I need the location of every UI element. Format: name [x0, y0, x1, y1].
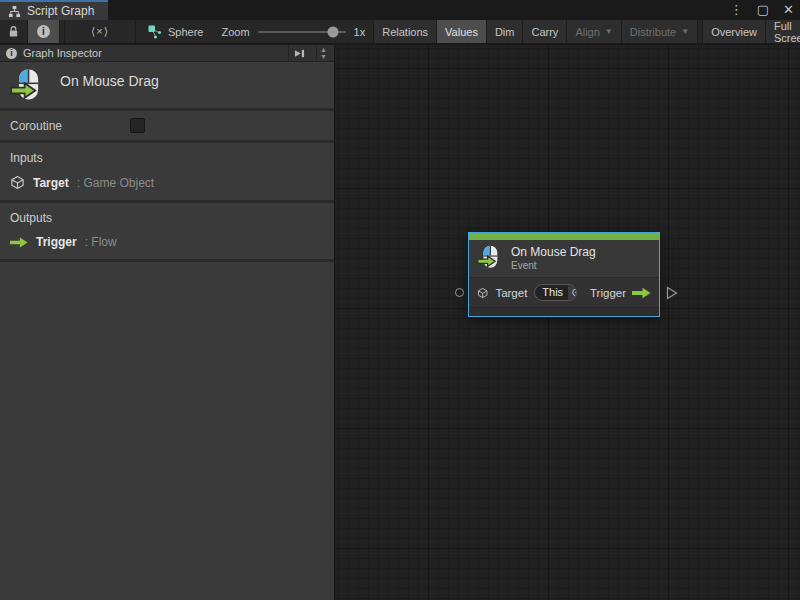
- node-title: On Mouse Drag: [511, 245, 596, 259]
- script-machine-icon: [148, 25, 162, 39]
- align-dropdown[interactable]: Align ▼: [566, 20, 620, 43]
- node-input-connection-point[interactable]: [455, 288, 464, 297]
- edit-source-button[interactable]: ⟨×⟩: [64, 20, 136, 43]
- chevron-down-icon: ▼: [681, 27, 689, 36]
- on-mouse-drag-icon: [10, 68, 46, 104]
- target-value[interactable]: This: [535, 285, 568, 300]
- dock-panel-button[interactable]: [288, 45, 310, 61]
- inspector-empty-area: [0, 262, 334, 600]
- dim-button[interactable]: Dim: [486, 20, 523, 43]
- lock-button[interactable]: [0, 20, 28, 43]
- node-subtitle: Event: [511, 260, 596, 271]
- input-type: : Game Object: [77, 176, 154, 190]
- hierarchy-graph-icon: [8, 5, 21, 18]
- code-icon: ⟨×⟩: [91, 25, 109, 38]
- zoom-control: Zoom 1x: [213, 20, 373, 43]
- tab-script-graph[interactable]: Script Graph: [0, 0, 108, 20]
- zoom-slider[interactable]: [258, 31, 346, 33]
- full-screen-button[interactable]: Full Screen: [765, 20, 800, 43]
- target-value-chip[interactable]: This ⊙: [534, 284, 577, 301]
- output-name: Trigger: [36, 235, 77, 249]
- graph-canvas[interactable]: On Mouse Drag Event Target This ⊙ Trigge…: [335, 45, 800, 600]
- inputs-section: Inputs Target : Game Object: [0, 143, 334, 203]
- close-icon[interactable]: ✕: [783, 0, 794, 20]
- info-icon: i: [6, 48, 17, 59]
- toolbar-right-group: Relations Values Dim Carry Align ▼ Distr…: [373, 20, 800, 43]
- graph-toolbar: i ⟨×⟩ Sphere Zoom 1x Relations: [0, 20, 800, 44]
- maximize-icon[interactable]: ▢: [757, 0, 769, 20]
- graph-context: Sphere: [136, 20, 213, 43]
- input-row-target: Target : Game Object: [10, 175, 324, 190]
- on-mouse-drag-node[interactable]: On Mouse Drag Event Target This ⊙ Trigge…: [468, 232, 660, 317]
- event-summary: On Mouse Drag: [0, 62, 334, 111]
- tab-label: Script Graph: [27, 4, 94, 18]
- main-area: i Graph Inspector ▲ ▼ On Mouse Drag: [0, 45, 800, 600]
- relations-button[interactable]: Relations: [373, 20, 436, 43]
- node-header[interactable]: On Mouse Drag Event: [469, 240, 659, 277]
- menu-icon[interactable]: ⋮: [730, 0, 743, 20]
- outputs-header: Outputs: [10, 211, 324, 225]
- window-controls: ⋮ ▢ ✕: [730, 0, 794, 20]
- panel-title: Graph Inspector: [23, 47, 282, 59]
- input-name: Target: [33, 176, 69, 190]
- distribute-dropdown[interactable]: Distribute ▼: [621, 20, 697, 43]
- node-output-connection-point[interactable]: [666, 286, 678, 300]
- node-footer: [469, 307, 659, 316]
- on-mouse-drag-icon: [477, 245, 503, 271]
- zoom-value: 1x: [354, 26, 366, 38]
- trigger-port-label: Trigger: [590, 287, 626, 299]
- event-color-bar: [469, 233, 659, 240]
- dock-right-icon: [293, 48, 306, 59]
- carry-button[interactable]: Carry: [522, 20, 566, 43]
- target-port-label: Target: [495, 287, 527, 299]
- panel-stepper[interactable]: ▲ ▼: [316, 45, 330, 61]
- coroutine-label: Coroutine: [10, 119, 130, 133]
- info-icon: i: [37, 25, 50, 38]
- output-type: : Flow: [85, 235, 117, 249]
- stepper-down-icon[interactable]: ▼: [320, 54, 327, 60]
- object-picker-icon[interactable]: ⊙: [568, 285, 577, 300]
- tab-strip: Script Graph ⋮ ▢ ✕: [0, 0, 800, 20]
- flow-arrow-icon: [10, 237, 28, 248]
- chevron-down-icon: ▼: [605, 27, 613, 36]
- event-title: On Mouse Drag: [60, 73, 159, 89]
- script-graph-window: Script Graph ⋮ ▢ ✕ i ⟨×⟩: [0, 0, 800, 600]
- game-object-icon: [10, 175, 25, 190]
- inspector-toggle-button[interactable]: i: [28, 20, 60, 43]
- zoom-label: Zoom: [221, 26, 249, 38]
- values-button[interactable]: Values: [436, 20, 486, 43]
- graph-object-label: Sphere: [168, 26, 203, 38]
- zoom-slider-handle[interactable]: [328, 26, 339, 37]
- flow-arrow-icon[interactable]: [632, 287, 651, 299]
- output-row-trigger: Trigger : Flow: [10, 235, 324, 249]
- graph-inspector-header: i Graph Inspector ▲ ▼: [0, 45, 334, 62]
- stepper-up-icon[interactable]: ▲: [320, 47, 327, 53]
- overview-button[interactable]: Overview: [702, 20, 765, 43]
- lock-icon: [8, 25, 19, 38]
- coroutine-setting: Coroutine: [0, 111, 334, 143]
- inputs-header: Inputs: [10, 151, 324, 165]
- toolbar-left-group: i ⟨×⟩: [0, 20, 136, 43]
- graph-inspector-panel: i Graph Inspector ▲ ▼ On Mouse Drag: [0, 45, 335, 600]
- game-object-icon: [477, 286, 488, 300]
- node-ports-row: Target This ⊙ Trigger: [469, 277, 659, 307]
- outputs-section: Outputs Trigger : Flow: [0, 203, 334, 262]
- coroutine-checkbox[interactable]: [130, 118, 145, 133]
